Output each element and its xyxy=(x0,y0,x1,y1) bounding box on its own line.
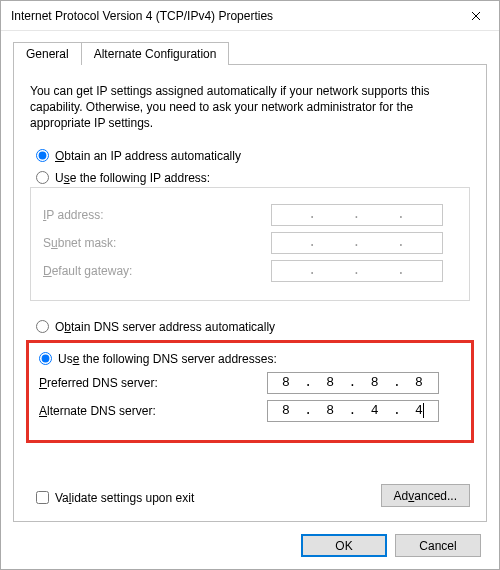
alt-oct1: 8 xyxy=(275,403,297,418)
pref-oct3: 8 xyxy=(364,375,386,390)
tab-general[interactable]: General xyxy=(13,42,82,65)
alt-oct3: 4 xyxy=(364,403,386,418)
preferred-dns-input[interactable]: 8. 8. 8. 8 xyxy=(267,372,439,394)
radio-use-dns[interactable] xyxy=(39,352,52,365)
subnet-row: Subnet mask: ... xyxy=(43,232,457,254)
tab-general-label: General xyxy=(26,47,69,61)
tab-alternate[interactable]: Alternate Configuration xyxy=(81,42,230,65)
advanced-button[interactable]: Advanced... xyxy=(381,484,470,507)
cancel-button[interactable]: Cancel xyxy=(395,534,481,557)
pref-oct2: 8 xyxy=(320,375,342,390)
client-area: General Alternate Configuration You can … xyxy=(1,31,499,569)
dns-auto-row[interactable]: Obtain DNS server address automatically xyxy=(36,320,470,334)
pref-oct4: 8 xyxy=(409,375,431,390)
ip-address-label: IP address: xyxy=(43,208,263,222)
validate-row[interactable]: Validate settings upon exit xyxy=(36,491,194,505)
subnet-label: Subnet mask: xyxy=(43,236,263,250)
alt-oct4: 4 xyxy=(409,403,431,418)
ip-auto-row[interactable]: Obtain an IP address automatically xyxy=(36,149,470,163)
ip-groupbox: IP address: ... Subnet mask: ... Default… xyxy=(30,187,470,301)
dns-manual-row[interactable]: Use the following DNS server addresses: xyxy=(39,352,461,366)
radio-obtain-dns-auto-label: Obtain DNS server address automatically xyxy=(55,320,275,334)
window-title: Internet Protocol Version 4 (TCP/IPv4) P… xyxy=(11,9,453,23)
dns-highlight: Use the following DNS server addresses: … xyxy=(26,340,474,443)
titlebar: Internet Protocol Version 4 (TCP/IPv4) P… xyxy=(1,1,499,31)
radio-use-ip-label: Use the following IP address: xyxy=(55,171,210,185)
alternate-dns-input[interactable]: 8. 8. 4. 4 xyxy=(267,400,439,422)
close-button[interactable] xyxy=(453,1,499,31)
subnet-input[interactable]: ... xyxy=(271,232,443,254)
alt-oct2: 8 xyxy=(320,403,342,418)
dialog-footer: OK Cancel xyxy=(13,522,487,557)
ip-address-input[interactable]: ... xyxy=(271,204,443,226)
preferred-dns-label: Preferred DNS server: xyxy=(39,376,259,390)
gateway-row: Default gateway: ... xyxy=(43,260,457,282)
panel-bottom-row: Validate settings upon exit Advanced... xyxy=(30,484,470,507)
tab-panel-general: You can get IP settings assigned automat… xyxy=(13,64,487,522)
preferred-dns-row: Preferred DNS server: 8. 8. 8. 8 xyxy=(39,372,461,394)
alternate-dns-row: Alternate DNS server: 8. 8. 4. 4 xyxy=(39,400,461,422)
alternate-dns-label: Alternate DNS server: xyxy=(39,404,259,418)
radio-use-dns-label: Use the following DNS server addresses: xyxy=(58,352,277,366)
intro-text: You can get IP settings assigned automat… xyxy=(30,83,470,132)
validate-checkbox[interactable] xyxy=(36,491,49,504)
text-caret xyxy=(423,403,424,418)
advanced-button-label: Advanced... xyxy=(394,489,457,503)
pref-oct1: 8 xyxy=(275,375,297,390)
radio-obtain-dns-auto[interactable] xyxy=(36,320,49,333)
radio-obtain-ip-auto-label: Obtain an IP address automatically xyxy=(55,149,241,163)
tab-strip: General Alternate Configuration xyxy=(13,41,487,64)
gateway-input[interactable]: ... xyxy=(271,260,443,282)
gateway-label: Default gateway: xyxy=(43,264,263,278)
radio-use-ip[interactable] xyxy=(36,171,49,184)
ip-address-row: IP address: ... xyxy=(43,204,457,226)
close-icon xyxy=(471,11,481,21)
ok-button-label: OK xyxy=(335,539,352,553)
validate-label: Validate settings upon exit xyxy=(55,491,194,505)
ok-button[interactable]: OK xyxy=(301,534,387,557)
tab-alternate-label: Alternate Configuration xyxy=(94,47,217,61)
dialog-window: Internet Protocol Version 4 (TCP/IPv4) P… xyxy=(0,0,500,570)
radio-obtain-ip-auto[interactable] xyxy=(36,149,49,162)
cancel-button-label: Cancel xyxy=(419,539,456,553)
ip-manual-row[interactable]: Use the following IP address: xyxy=(36,171,470,185)
